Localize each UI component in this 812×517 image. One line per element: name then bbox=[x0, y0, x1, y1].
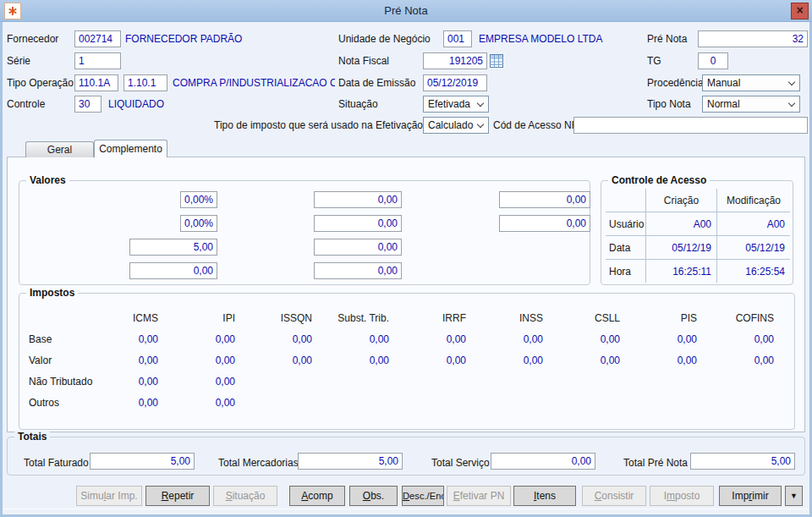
toolbar-button-acomp[interactable]: Acomp bbox=[289, 486, 345, 506]
impostos-table-cell: Valor bbox=[29, 350, 81, 371]
total-mercadorias-field[interactable]: 5,00 bbox=[298, 453, 403, 470]
pre-nota-field[interactable]: 32 bbox=[698, 30, 808, 47]
situacao-select[interactable]: Efetivada bbox=[423, 96, 489, 113]
chevron-down-icon bbox=[477, 121, 484, 128]
controle-code-field[interactable]: 30 bbox=[74, 96, 102, 113]
impostos-table-cell: 0,00 bbox=[620, 350, 697, 371]
toolbar-button-imposto: Imposto bbox=[650, 486, 714, 506]
impostos-table-cell: PIS bbox=[620, 308, 697, 329]
impostos-table-cell: Não Tributado bbox=[29, 371, 81, 393]
nota-fiscal-field[interactable]: 191205 bbox=[423, 52, 487, 69]
impostos-table-cell: Base bbox=[29, 329, 81, 350]
pre-nota-label: Pré Nota bbox=[647, 33, 687, 45]
fornecedor-label: Fornecedor bbox=[7, 33, 58, 45]
chevron-down-icon bbox=[788, 100, 795, 107]
controle-acesso-group-title: Controle de Acesso bbox=[608, 174, 710, 186]
data-emissao-field[interactable]: 05/12/2019 bbox=[423, 74, 487, 91]
impostos-table: ICMSIPIISSQNSubst. Trib.IRRFINSSCSLLPISC… bbox=[29, 308, 774, 414]
tipo-nota-select[interactable]: Normal bbox=[702, 96, 800, 113]
access-table-cell: 16:25:54 bbox=[716, 259, 790, 283]
serie-field[interactable]: 1 bbox=[74, 52, 121, 69]
impostos-table-cell: 0,00 bbox=[389, 350, 466, 371]
tipo-nota-value: Normal bbox=[707, 98, 740, 110]
desconto-field[interactable]: 5,00 bbox=[129, 239, 217, 256]
unidade-code-field[interactable]: 001 bbox=[443, 30, 472, 47]
frete-internacional-field[interactable]: 0,00 bbox=[499, 215, 590, 232]
tab-geral[interactable]: Geral bbox=[25, 141, 94, 157]
title-bar: Pré Nota × bbox=[0, 0, 812, 22]
impostos-table-cell: 0,00 bbox=[235, 329, 312, 350]
controle-label: Controle bbox=[7, 98, 45, 110]
frete-field[interactable]: 0,00 bbox=[314, 215, 402, 232]
toolbar-button-repetir[interactable]: Repetir bbox=[145, 486, 210, 506]
impostos-table-cell: 0,00 bbox=[81, 371, 158, 393]
impostos-table-cell: 0,00 bbox=[158, 371, 235, 393]
impostos-table-cell: 0,00 bbox=[389, 329, 466, 350]
impostos-table-cell: 0,00 bbox=[697, 329, 774, 350]
valores-group-title: Valores bbox=[26, 174, 69, 186]
impostos-table-cell: 0,00 bbox=[466, 350, 543, 371]
perc-encargos-field[interactable]: 0,00% bbox=[180, 215, 217, 232]
total-servico-field[interactable]: 0,00 bbox=[491, 453, 595, 470]
toolbar-button-imprimir[interactable]: Imprimir bbox=[719, 486, 782, 506]
chevron-down-icon bbox=[788, 79, 795, 85]
access-table-cell: A00 bbox=[645, 212, 716, 235]
cod-acesso-nfe-field[interactable] bbox=[573, 117, 808, 134]
impostos-table-cell: INSS bbox=[466, 308, 543, 329]
impostos-table-cell: 0,00 bbox=[81, 393, 158, 414]
total-pre-nota-label: Total Pré Nota bbox=[623, 457, 688, 469]
impostos-table-cell: IPI bbox=[158, 308, 235, 329]
tg-field[interactable]: 0 bbox=[698, 52, 728, 69]
outras-despesas-field[interactable]: 0,00 bbox=[129, 262, 217, 279]
fornecedor-code-field[interactable]: 002714 bbox=[74, 30, 121, 47]
fornecedor-name-text: FORNECEDOR PADRÃO bbox=[125, 33, 242, 45]
impostos-table-cell: ICMS bbox=[81, 308, 158, 329]
tipo-imposto-label: Tipo de imposto que será usado na Efetiv… bbox=[214, 119, 420, 131]
frame-divider bbox=[3, 509, 809, 509]
encargos-financeiros-field[interactable]: 0,00 bbox=[314, 262, 402, 279]
toolbar-button-simular-imp: Simular Imp. bbox=[76, 486, 142, 506]
total-pre-nota-field[interactable]: 5,00 bbox=[690, 453, 795, 470]
impostos-table-cell: 0,00 bbox=[312, 329, 389, 350]
tipo-operacao-desc-text: COMPRA P/INDUSTRIALIZACAO C/ICMS ( bbox=[173, 77, 335, 89]
tipo-operacao-label: Tipo Operação bbox=[7, 77, 74, 89]
situacao-value: Efetivada bbox=[428, 98, 470, 110]
total-servico-label: Total Serviço bbox=[431, 457, 490, 469]
seguro-field[interactable]: 0,00 bbox=[314, 191, 402, 208]
toolbar-button-itens[interactable]: Itens bbox=[513, 486, 576, 506]
chevron-down-icon bbox=[477, 100, 484, 107]
controle-acesso-table: CriaçãoModificaçãoUsuárioA00A00Data05/12… bbox=[606, 189, 790, 283]
impostos-table-cell: 0,00 bbox=[81, 329, 158, 350]
nota-fiscal-lookup-icon[interactable] bbox=[490, 54, 503, 68]
impostos-table-cell: 0,00 bbox=[543, 350, 620, 371]
impostos-table-cell: Subst. Trib. bbox=[312, 308, 389, 329]
valor-tolerancia-field[interactable]: 0,00 bbox=[314, 239, 402, 256]
tab-complemento[interactable]: Complemento bbox=[94, 140, 167, 157]
procedencia-select[interactable]: Manual bbox=[702, 74, 800, 91]
tipo-operacao-code1-field[interactable]: 110.1A bbox=[74, 74, 118, 91]
toolbar-button-obs[interactable]: Obs. bbox=[349, 486, 398, 506]
impostos-table-cell: 0,00 bbox=[235, 350, 312, 371]
access-table-cell: Data bbox=[606, 235, 645, 259]
serie-label: Série bbox=[7, 55, 30, 67]
impostos-table-cell: 0,00 bbox=[158, 393, 235, 414]
perc-tolerancia-field[interactable]: 0,00% bbox=[180, 191, 217, 208]
procedencia-value: Manual bbox=[707, 77, 740, 89]
tipo-imposto-select[interactable]: Calculado bbox=[423, 117, 489, 134]
impostos-table-cell: CSLL bbox=[543, 308, 620, 329]
tipo-operacao-code2-field[interactable]: 1.10.1 bbox=[123, 74, 167, 91]
unidade-name-text: EMPRESA MODELO LTDA bbox=[479, 33, 602, 45]
toolbar-button-consistir: Consistir bbox=[582, 486, 646, 506]
impostos-table-cell: 0,00 bbox=[81, 350, 158, 371]
impostos-table-cell: 0,00 bbox=[620, 329, 697, 350]
more-actions-button[interactable]: ▼ bbox=[785, 486, 803, 506]
total-faturado-field[interactable]: 5,00 bbox=[90, 453, 195, 470]
unidade-label: Unidade de Negócio bbox=[338, 33, 431, 45]
seguro-internacional-field[interactable]: 0,00 bbox=[499, 191, 590, 208]
access-table-cell: 05/12/19 bbox=[716, 235, 790, 259]
impostos-table-cell: ISSQN bbox=[235, 308, 312, 329]
close-icon[interactable]: × bbox=[791, 3, 809, 19]
access-table-cell: Modificação bbox=[716, 189, 790, 212]
cod-acesso-nfe-label: Cód de Acesso NFe bbox=[493, 119, 584, 131]
toolbar-button-desc-enc[interactable]: Desc./Enc. bbox=[402, 486, 444, 506]
